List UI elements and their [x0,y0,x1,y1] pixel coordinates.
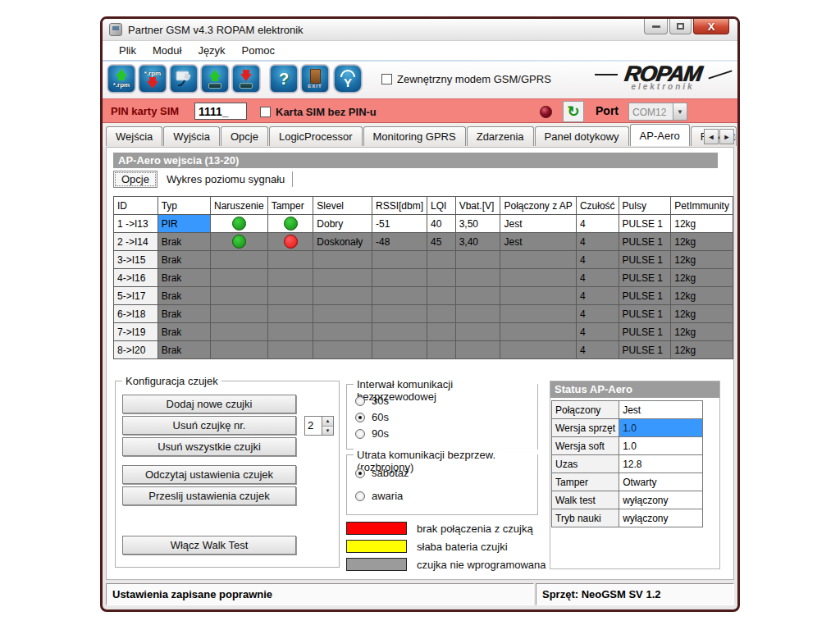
antenna-button[interactable]: Y [334,65,362,93]
external-modem-checkbox[interactable] [381,74,392,84]
tab-zdarzenia[interactable]: Zdarzenia [467,126,534,146]
radio-icon[interactable] [355,468,365,478]
radio-icon[interactable] [355,491,365,501]
menu-bar: Plik Moduł Język Pomoc [103,41,737,60]
tab-ap-aero[interactable]: AP-Aero [630,124,690,146]
sub-tabs: Opcje Wykres poziomu sygnału [113,170,293,188]
tab-opcje[interactable]: Opcje [221,126,268,146]
send-settings-button[interactable]: Przeslij ustawienia czujek [122,486,296,505]
minimize-button[interactable] [644,19,668,34]
status-table: Połączony Jest Wersja sprzęt 1.0 Wersja … [551,400,703,527]
sensors-table[interactable]: ID Typ Naruszenie Tamper Slevel RSSI[dbm… [113,196,733,359]
exit-button[interactable]: EXIT [301,65,329,93]
config-groupbox: Konfiguracja czujek Dodaj nowe czujki Us… [115,381,340,568]
chip-icon [240,83,253,89]
status-row: Połączony Jest [552,401,703,419]
tab-scroll-left-button[interactable]: ◄ [704,129,719,144]
col-naruszenie: Naruszenie [210,197,267,215]
interval-90s-option[interactable]: 90s [355,427,389,440]
pin-input[interactable] [194,103,247,120]
stepper-down-icon[interactable]: ▼ [322,427,333,436]
col-lqi: LQI [427,197,456,215]
status-row: Uzas 12.8 [552,455,703,473]
col-pulsy: Pulsy [619,197,671,215]
open-rpm-file-button[interactable]: *.rpm [107,65,135,93]
radio-icon[interactable] [355,429,365,439]
status-message: Ustawienia zapisane poprawnie [106,583,534,605]
no-pin-option[interactable]: Karta SIM bez PIN-u [260,106,377,118]
tab-bar: Wejścia Wyjścia Opcje LogicProcessor Mon… [103,123,737,146]
menu-pomoc[interactable]: Pomoc [234,44,283,57]
read-settings-button[interactable]: Odczytaj ustawienia czujek [122,465,296,484]
help-button[interactable]: ? [270,65,298,93]
refresh-ports-button[interactable]: ↻ [563,101,584,122]
connection-button[interactable] [170,65,198,93]
tab-logicprocessor[interactable]: LogicProcessor [269,126,363,146]
table-row[interactable]: 2 ->I14 Brak Doskonały -48 45 3,40 Jest … [114,233,733,251]
stepper-up-icon[interactable]: ▲ [322,417,333,427]
remove-all-button[interactable]: Usuń wszystkie czujki [122,437,296,456]
ropam-logo: ROPAM elektronik [598,63,728,91]
tab-wyjscia[interactable]: Wyjścia [163,126,220,146]
radio-icon[interactable] [355,396,365,406]
menu-jezyk[interactable]: Język [189,44,233,57]
external-modem-option[interactable]: Zewnętrzny modem GSM/GPRS [381,73,551,85]
col-typ: Typ [158,197,210,215]
tab-panel-dotykowy[interactable]: Panel dotykowy [535,126,629,146]
write-module-button[interactable] [232,65,260,93]
subtab-wykres[interactable]: Wykres poziomu sygnału [159,171,293,187]
close-button[interactable]: X [693,19,729,34]
col-tamper: Tamper [267,197,313,215]
remove-sensor-button[interactable]: Usuń czujkę nr. [122,416,296,435]
status-row: Tamper Otwarty [552,473,703,491]
tab-wejscia[interactable]: Wejścia [106,126,162,146]
status-row: Tryb nauki wyłączony [552,509,703,527]
menu-plik[interactable]: Plik [111,44,144,57]
interval-30s-option[interactable]: 30s [355,395,389,407]
typ-cell-selected[interactable]: PIR [158,215,210,233]
sensor-number-stepper[interactable]: 2 ▲ ▼ [304,416,334,436]
table-row[interactable]: 3->I15 Brak 4 PULSE 1 12kg [114,251,733,269]
col-id: ID [114,197,158,215]
tab-monitoring-gprs[interactable]: Monitoring GPRS [363,126,466,146]
legend-item: czujka nie wprogramowana [346,558,546,571]
table-row[interactable]: 4->I16 Brak 4 PULSE 1 12kg [114,269,733,287]
naruszenie-indicator [232,217,246,231]
close-icon: X [708,21,715,33]
interval-60s-option[interactable]: 60s [355,411,389,423]
loss-awaria-option[interactable]: awaria [355,490,403,502]
logo-text: ROPAM [596,63,729,84]
table-row[interactable]: 7->I19 Brak 4 PULSE 1 12kg [114,323,733,341]
tab-scroll-right-button[interactable]: ► [719,129,734,144]
yellow-swatch [346,540,407,553]
main-content: AP-Aero wejscia (13-20) Opcje Wykres poz… [106,147,734,580]
loss-sabotaz-option[interactable]: sabotaż [355,467,409,479]
port-select[interactable]: COM12 ▼ [628,103,687,121]
connection-led [540,106,552,118]
walk-test-button[interactable]: Włącz Walk Test [122,536,296,555]
save-rpm-file-button[interactable]: *.rpm [139,65,167,93]
menu-modul[interactable]: Moduł [144,44,189,57]
table-row[interactable]: 6->I18 Brak 4 PULSE 1 12kg [114,305,733,323]
status-panel: Status AP-Aero Połączony Jest Wersja spr… [550,381,720,569]
maximize-button[interactable] [669,19,692,34]
red-swatch [346,522,407,535]
subtab-opcje[interactable]: Opcje [113,171,158,188]
table-row[interactable]: 1 ->I13 PIR Dobry -51 40 3,50 Jest 4 PUL… [114,215,733,233]
read-module-button[interactable] [201,65,229,93]
table-row[interactable]: 8->I20 Brak 4 PULSE 1 12kg [114,341,733,359]
maximize-icon [677,23,684,30]
add-sensors-button[interactable]: Dodaj nowe czujki [122,395,296,413]
save-rpm-label: *.rpm [144,70,161,77]
hardware-info: Sprzęt: NeoGSM SV 1.2 [536,583,734,605]
minimize-icon [652,25,660,28]
title-bar[interactable]: Partner GSM v4.3 ROPAM elektronik X [103,19,737,41]
open-rpm-label: *.rpm [113,81,130,89]
up-arrow-icon [209,70,221,77]
table-row[interactable]: 5->I17 Brak 4 PULSE 1 12kg [114,287,733,305]
refresh-icon: ↻ [567,104,579,119]
no-pin-checkbox[interactable] [260,107,271,117]
loss-groupbox: Utrata komunikacji bezprzew. (rozbrojony… [346,454,538,515]
col-czulosc: Czułość [576,197,619,215]
radio-icon[interactable] [355,413,365,422]
